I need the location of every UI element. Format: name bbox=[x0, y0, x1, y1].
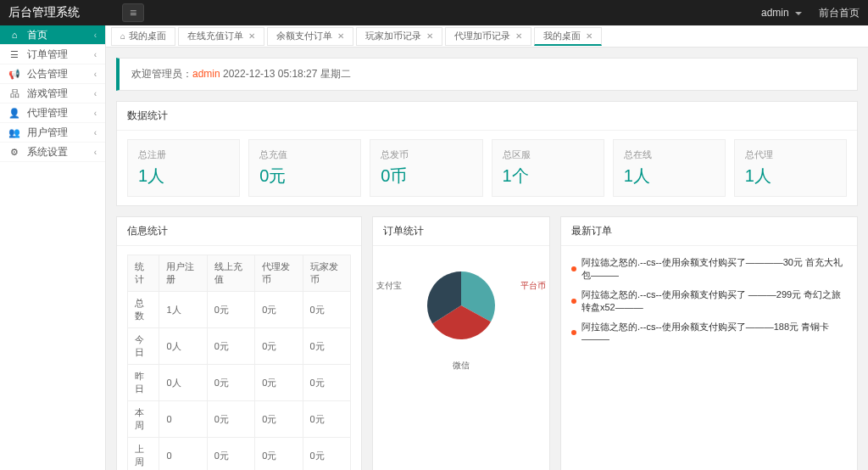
stat-card-2: 总发币0币 bbox=[370, 139, 482, 197]
sidebar-toggle-button[interactable]: ≡ bbox=[122, 3, 144, 22]
table-cell: 1人 bbox=[159, 292, 207, 328]
stat-value: 0币 bbox=[381, 165, 471, 187]
chevron-left-icon: ‹ bbox=[94, 109, 97, 118]
table-cell: 0元 bbox=[255, 401, 303, 438]
table-row: 今日0人0元0元0元 bbox=[128, 328, 351, 365]
sidebar-label: 首页 bbox=[27, 28, 94, 42]
table-cell: 今日 bbox=[128, 328, 159, 365]
order-text: 阿拉德之怒的.--cs--使用余额支付购买了 ———299元 奇幻之旅转盘x52… bbox=[581, 288, 847, 314]
table-header: 玩家发币 bbox=[303, 255, 350, 292]
table-cell: 0人 bbox=[159, 365, 207, 401]
stat-value: 1人 bbox=[745, 165, 836, 187]
tab-label: 玩家加币记录 bbox=[365, 30, 421, 42]
info-panel-title: 信息统计 bbox=[117, 217, 361, 246]
close-icon[interactable]: ✕ bbox=[248, 31, 255, 41]
info-table: 统计用户注册线上充值代理发币玩家发币 总数1人0元0元0元今日0人0元0元0元昨… bbox=[127, 255, 351, 470]
stat-label: 总代理 bbox=[745, 148, 836, 161]
tab-5[interactable]: 我的桌面✕ bbox=[534, 27, 602, 46]
user-menu[interactable]: admin bbox=[761, 7, 802, 19]
table-cell: 0元 bbox=[303, 438, 350, 471]
home-icon: ⌂ bbox=[120, 31, 125, 41]
latest-order-title: 最新订单 bbox=[561, 217, 857, 246]
table-cell: 0元 bbox=[303, 401, 350, 438]
pie-chart: 支付宝 平台币 微信 bbox=[373, 246, 549, 373]
sidebar-icon: ⚙ bbox=[8, 147, 20, 158]
close-icon[interactable]: ✕ bbox=[337, 31, 344, 41]
table-cell: 0元 bbox=[255, 328, 303, 365]
stat-card-3: 总区服1个 bbox=[492, 139, 604, 197]
info-panel: 信息统计 统计用户注册线上充值代理发币玩家发币 总数1人0元0元0元今日0人0元… bbox=[116, 216, 362, 470]
order-stat-panel: 订单统计 支付宝 平台币 微信 bbox=[372, 216, 550, 470]
table-header: 代理发币 bbox=[255, 255, 303, 292]
close-icon[interactable]: ✕ bbox=[586, 31, 593, 41]
sidebar-item-4[interactable]: 👤代理管理‹ bbox=[0, 104, 105, 123]
close-icon[interactable]: ✕ bbox=[426, 31, 433, 41]
sidebar-icon: 📢 bbox=[8, 69, 20, 80]
table-row: 昨日0人0元0元0元 bbox=[128, 365, 351, 401]
order-item: 阿拉德之怒的.--cs--使用余额支付购买了————30元 首充大礼包——— bbox=[571, 253, 847, 285]
user-name: admin bbox=[761, 7, 789, 19]
chevron-left-icon: ‹ bbox=[94, 50, 97, 59]
app-title: 后台管理系统 bbox=[8, 5, 80, 20]
table-cell: 昨日 bbox=[128, 365, 159, 401]
tab-label: 在线充值订单 bbox=[187, 30, 243, 42]
tab-bar: ⌂我的桌面在线充值订单✕余额支付订单✕玩家加币记录✕代理加币记录✕我的桌面✕ bbox=[106, 25, 868, 48]
sidebar-item-2[interactable]: 📢公告管理‹ bbox=[0, 64, 105, 84]
sidebar-item-0[interactable]: ⌂首页‹ bbox=[0, 25, 105, 45]
table-cell: 上周 bbox=[128, 438, 159, 471]
table-cell: 0元 bbox=[303, 365, 350, 401]
stat-label: 总发币 bbox=[381, 148, 471, 161]
stat-card-4: 总在线1人 bbox=[613, 139, 726, 197]
tab-label: 我的桌面 bbox=[543, 30, 581, 42]
sidebar-label: 系统设置 bbox=[27, 145, 94, 159]
table-cell: 0元 bbox=[303, 328, 350, 365]
stat-value: 1人 bbox=[624, 165, 715, 187]
content-area: 欢迎管理员：admin 2022-12-13 05:18:27 星期二 数据统计… bbox=[106, 48, 868, 470]
stat-label: 总充值 bbox=[259, 148, 350, 161]
front-site-link[interactable]: 前台首页 bbox=[819, 6, 860, 20]
table-cell: 0人 bbox=[159, 328, 207, 365]
table-cell: 0元 bbox=[303, 292, 350, 328]
tab-1[interactable]: 在线充值订单✕ bbox=[178, 27, 264, 46]
sidebar-label: 公告管理 bbox=[27, 67, 94, 81]
stat-card-5: 总代理1人 bbox=[734, 139, 847, 197]
table-cell: 0元 bbox=[207, 292, 254, 328]
table-row: 总数1人0元0元0元 bbox=[128, 292, 351, 328]
chevron-left-icon: ‹ bbox=[94, 148, 97, 157]
stats-panel: 数据统计 总注册1人总充值0元总发币0币总区服1个总在线1人总代理1人 bbox=[116, 101, 858, 206]
sidebar-icon: ☰ bbox=[8, 49, 20, 60]
sidebar-label: 代理管理 bbox=[27, 106, 94, 120]
stat-label: 总在线 bbox=[624, 148, 715, 161]
pie-label-wechat: 微信 bbox=[453, 360, 470, 372]
table-cell: 总数 bbox=[128, 292, 159, 328]
table-cell: 0元 bbox=[207, 365, 254, 401]
tab-2[interactable]: 余额支付订单✕ bbox=[267, 27, 353, 46]
stat-card-1: 总充值0元 bbox=[248, 139, 361, 197]
sidebar-label: 用户管理 bbox=[27, 126, 94, 140]
pie-label-platform: 平台币 bbox=[520, 280, 546, 292]
sidebar-item-3[interactable]: 品游戏管理‹ bbox=[0, 84, 105, 104]
welcome-banner: 欢迎管理员：admin 2022-12-13 05:18:27 星期二 bbox=[116, 58, 858, 91]
sidebar-icon: ⌂ bbox=[8, 30, 20, 40]
hamburger-icon: ≡ bbox=[130, 6, 136, 20]
tab-0[interactable]: ⌂我的桌面 bbox=[111, 27, 175, 46]
sidebar-item-1[interactable]: ☰订单管理‹ bbox=[0, 45, 105, 64]
stat-value: 0元 bbox=[259, 165, 350, 187]
tab-4[interactable]: 代理加币记录✕ bbox=[445, 27, 531, 46]
table-header: 统计 bbox=[128, 255, 159, 292]
welcome-datetime: 2022-12-13 05:18:27 星期二 bbox=[220, 68, 351, 80]
order-stat-title: 订单统计 bbox=[373, 217, 549, 246]
tab-3[interactable]: 玩家加币记录✕ bbox=[356, 27, 442, 46]
close-icon[interactable]: ✕ bbox=[515, 31, 522, 41]
top-header: 后台管理系统 ≡ admin 前台首页 bbox=[0, 0, 868, 25]
stat-card-0: 总注册1人 bbox=[127, 139, 240, 197]
sidebar-item-5[interactable]: 👥用户管理‹ bbox=[0, 123, 105, 143]
welcome-user: admin bbox=[192, 68, 220, 80]
chevron-down-icon bbox=[795, 12, 802, 15]
sidebar-item-6[interactable]: ⚙系统设置‹ bbox=[0, 143, 105, 162]
order-item: 阿拉德之怒的.--cs--使用余额支付购买了———188元 青铜卡——— bbox=[571, 317, 847, 347]
stats-panel-title: 数据统计 bbox=[117, 102, 857, 131]
pie-label-alipay: 支付宝 bbox=[376, 280, 402, 292]
chevron-left-icon: ‹ bbox=[94, 128, 97, 137]
table-row: 上周00元0元0元 bbox=[128, 438, 351, 471]
